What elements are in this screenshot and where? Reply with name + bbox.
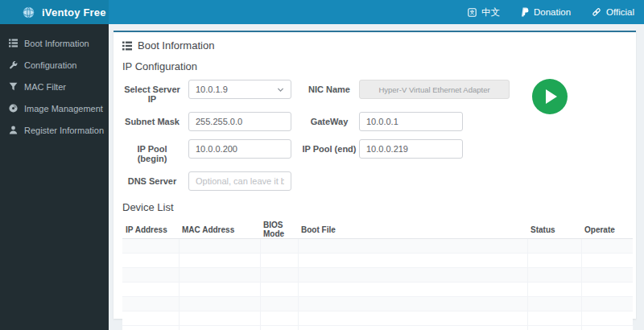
form-row-mask-gateway: Subnet Mask GateWay [122, 112, 630, 131]
boot-information-card: Boot Information IP Configuration Select… [114, 31, 636, 319]
table-row [122, 297, 633, 311]
sidebar-label: Image Management [24, 104, 103, 113]
form-row-dns: DNS Server [122, 171, 630, 191]
sidebar-label: Register Information [24, 126, 104, 135]
sidebar-item-configuration[interactable]: Configuration [0, 54, 109, 76]
link-icon [592, 7, 601, 17]
filter-icon [8, 81, 19, 92]
language-label: 中文 [481, 6, 500, 19]
sidebar-label: Boot Information [24, 39, 89, 48]
gateway-label: GateWay [299, 112, 359, 126]
translate-icon [468, 8, 477, 17]
col-operate: Operate [581, 221, 633, 239]
ip-pool-end-field[interactable] [359, 139, 463, 159]
ip-pool-end-label: IP Pool (end) [299, 139, 359, 154]
select-server-ip-label: Select Server IP [122, 80, 182, 104]
play-icon [546, 89, 557, 104]
donation-link[interactable]: Donation [521, 7, 571, 17]
sidebar-label: Configuration [24, 60, 76, 70]
brand-title: iVentoy Free [42, 6, 106, 19]
table-row [122, 283, 633, 297]
official-label: Official [606, 7, 634, 17]
table-row [122, 268, 633, 283]
official-link[interactable]: Official [592, 7, 634, 17]
disc-icon [8, 103, 19, 113]
ip-pool-begin-label: IP Pool (begin) [122, 139, 182, 163]
col-status: Status [527, 221, 581, 239]
sidebar-item-boot-information[interactable]: Boot Information [0, 32, 109, 54]
device-list-title: Device List [122, 201, 630, 213]
table-row [122, 239, 633, 254]
start-button[interactable] [532, 79, 568, 114]
page-title: Boot Information [138, 39, 214, 52]
sidebar-item-mac-filter[interactable]: MAC Filter [0, 76, 109, 97]
gateway-field[interactable] [359, 112, 463, 131]
language-link[interactable]: 中文 [468, 6, 500, 19]
server-ip-selected-value: 10.0.1.9 [196, 85, 228, 94]
table-header-row: IP Address MAC Address BIOS Mode Boot Fi… [122, 221, 633, 239]
subnet-mask-label: Subnet Mask [122, 112, 182, 126]
dns-server-label: DNS Server [122, 171, 182, 186]
col-bios-mode: BIOS Mode [260, 221, 298, 239]
iventoy-app: iVentoy Free 中文 Donation [0, 0, 644, 330]
table-row [122, 326, 633, 330]
nic-name-field [359, 80, 510, 99]
wrench-icon [8, 60, 19, 70]
page-title-row: Boot Information [122, 39, 630, 52]
table-row [122, 254, 633, 268]
boot-list-icon [122, 41, 132, 51]
sidebar-nav: Boot Information Configuration MAC Filte… [0, 24, 109, 330]
table-row [122, 311, 633, 326]
form-row-ip-pool: IP Pool (begin) IP Pool (end) [122, 139, 630, 163]
device-list-section: Device List IP Address MAC Address BIOS … [122, 201, 630, 330]
header-links: 中文 Donation Official [109, 0, 644, 24]
boot-list-icon [8, 38, 19, 48]
ip-pool-begin-field[interactable] [188, 139, 291, 159]
globe-logo-icon [23, 6, 35, 19]
user-icon [8, 125, 19, 135]
col-boot-file: Boot File [298, 221, 527, 239]
content-area: Boot Information IP Configuration Select… [109, 24, 644, 330]
col-ip-address: IP Address [122, 221, 179, 239]
nic-name-label: NIC Name [299, 80, 359, 94]
sidebar-item-register-information[interactable]: Register Information [0, 119, 109, 141]
sidebar-label: MAC Filter [24, 82, 66, 92]
server-ip-select[interactable]: 10.0.1.9 [188, 80, 291, 99]
brand-area: iVentoy Free [0, 0, 109, 24]
col-mac-address: MAC Address [179, 221, 260, 239]
dns-server-field[interactable] [188, 171, 291, 191]
chevron-down-icon [277, 86, 284, 93]
donation-label: Donation [534, 7, 571, 17]
sidebar-item-image-management[interactable]: Image Management [0, 97, 109, 119]
device-list-table: IP Address MAC Address BIOS Mode Boot Fi… [122, 221, 634, 330]
subnet-mask-field[interactable] [188, 112, 291, 131]
top-header: iVentoy Free 中文 Donation [0, 0, 644, 24]
ip-configuration-title: IP Configuration [122, 60, 630, 72]
paypal-icon [521, 7, 529, 17]
